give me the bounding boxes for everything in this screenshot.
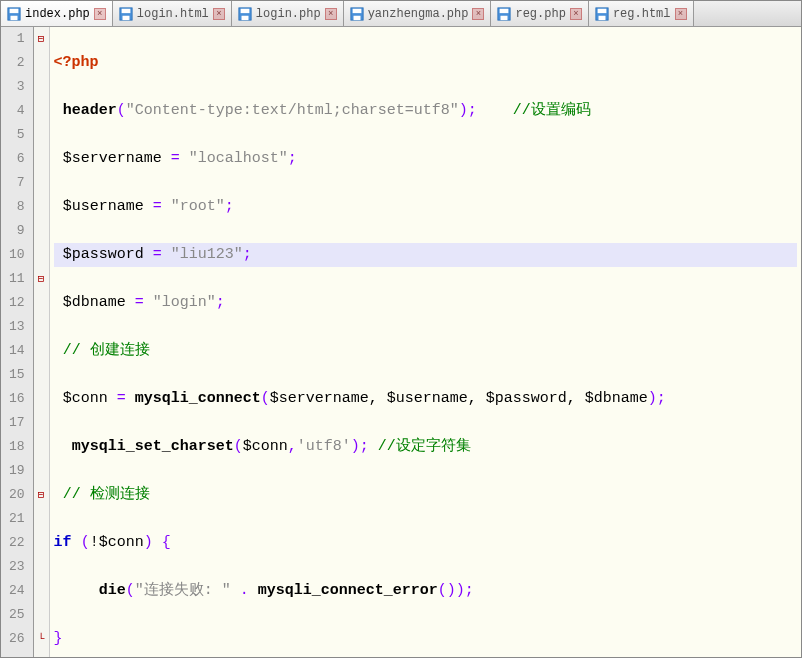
- line-number: 3: [9, 75, 25, 99]
- editor-window: index.php × login.html × login.php × yan…: [0, 0, 802, 658]
- svg-rect-4: [121, 8, 130, 12]
- fold-mark: [34, 171, 49, 195]
- var: $password: [63, 246, 144, 263]
- cmt: //设置编码: [513, 102, 591, 119]
- line-number: 5: [9, 123, 25, 147]
- line-number: 20: [9, 483, 25, 507]
- svg-rect-16: [598, 8, 607, 12]
- fold-mark[interactable]: ⊟: [34, 27, 49, 51]
- line-number: 4: [9, 99, 25, 123]
- brace: }: [54, 630, 63, 647]
- fold-mark[interactable]: ⊟: [34, 267, 49, 291]
- cmt: // 创建连接: [63, 342, 150, 359]
- str: "连接失败: ": [135, 582, 231, 599]
- svg-rect-14: [501, 15, 508, 19]
- save-icon: [119, 7, 133, 21]
- tab-label: login.html: [137, 7, 209, 21]
- line-number: 2: [9, 51, 25, 75]
- fold-mark: [34, 315, 49, 339]
- line-number: 14: [9, 339, 25, 363]
- line-number: 21: [9, 507, 25, 531]
- fold-mark: [34, 195, 49, 219]
- fold-mark[interactable]: ⊟: [34, 483, 49, 507]
- line-number: 6: [9, 147, 25, 171]
- line-number: 9: [9, 219, 25, 243]
- fold-mark: [34, 603, 49, 627]
- fold-mark: └: [34, 627, 49, 651]
- svg-rect-11: [353, 15, 360, 19]
- fn: mysqli_connect_error: [258, 582, 438, 599]
- save-icon: [7, 7, 21, 21]
- line-number: 11: [9, 267, 25, 291]
- line-number: 25: [9, 603, 25, 627]
- save-icon: [238, 7, 252, 21]
- fold-mark: [34, 147, 49, 171]
- fold-mark: [34, 219, 49, 243]
- line-number: 22: [9, 531, 25, 555]
- fn: header: [63, 102, 117, 119]
- close-icon[interactable]: ×: [472, 8, 484, 20]
- svg-rect-17: [598, 15, 605, 19]
- line-number: 13: [9, 315, 25, 339]
- save-icon: [497, 7, 511, 21]
- line-number: 10: [9, 243, 25, 267]
- line-number: 19: [9, 459, 25, 483]
- cmt: // 检测连接: [63, 486, 150, 503]
- var: $servername: [63, 150, 162, 167]
- fold-mark: [34, 99, 49, 123]
- str: "root": [171, 198, 225, 215]
- line-number: 23: [9, 555, 25, 579]
- cmt: //设定字符集: [378, 438, 471, 455]
- line-number-gutter: 1 2 3 4 5 6 7 8 9 10 11 12 13 14 15 16 1…: [1, 27, 34, 657]
- tab-yanzhengma-php[interactable]: yanzhengma.php ×: [344, 1, 492, 26]
- close-icon[interactable]: ×: [570, 8, 582, 20]
- svg-rect-5: [122, 15, 129, 19]
- line-number: 12: [9, 291, 25, 315]
- save-icon: [595, 7, 609, 21]
- tab-label: index.php: [25, 7, 90, 21]
- fold-mark: [34, 51, 49, 75]
- fold-mark: [34, 291, 49, 315]
- tab-reg-php[interactable]: reg.php ×: [491, 1, 588, 26]
- fold-gutter[interactable]: ⊟ ⊟ ⊟ └: [34, 27, 50, 657]
- tab-reg-html[interactable]: reg.html ×: [589, 1, 694, 26]
- var: $conn: [243, 438, 288, 455]
- args: $servername, $username, $password, $dbna…: [270, 390, 648, 407]
- close-icon[interactable]: ×: [675, 8, 687, 20]
- str: "liu123": [171, 246, 243, 263]
- close-icon[interactable]: ×: [325, 8, 337, 20]
- fold-mark: [34, 531, 49, 555]
- tab-label: reg.php: [515, 7, 565, 21]
- line-number: 24: [9, 579, 25, 603]
- code-area[interactable]: <?php header("Content-type:text/html;cha…: [50, 27, 801, 657]
- svg-rect-1: [10, 8, 19, 12]
- svg-rect-13: [500, 8, 509, 12]
- fold-mark: [34, 555, 49, 579]
- tab-login-html[interactable]: login.html ×: [113, 1, 232, 26]
- fold-mark: [34, 243, 49, 267]
- tab-bar: index.php × login.html × login.php × yan…: [1, 1, 801, 27]
- save-icon: [350, 7, 364, 21]
- line-number: 1: [9, 27, 25, 51]
- line-number: 15: [9, 363, 25, 387]
- tab-index-php[interactable]: index.php ×: [1, 1, 113, 26]
- var: $username: [63, 198, 144, 215]
- svg-rect-8: [241, 15, 248, 19]
- fold-mark: [34, 411, 49, 435]
- svg-rect-2: [11, 15, 18, 19]
- close-icon[interactable]: ×: [94, 8, 106, 20]
- var: !$conn: [90, 534, 144, 551]
- svg-rect-10: [352, 8, 361, 12]
- line-number: 8: [9, 195, 25, 219]
- fold-mark: [34, 387, 49, 411]
- fold-mark: [34, 363, 49, 387]
- tab-login-php[interactable]: login.php ×: [232, 1, 344, 26]
- line-number: 26: [9, 627, 25, 651]
- fold-mark: [34, 339, 49, 363]
- svg-rect-7: [240, 8, 249, 12]
- fold-mark: [34, 579, 49, 603]
- close-icon[interactable]: ×: [213, 8, 225, 20]
- line-number: 16: [9, 387, 25, 411]
- editor-area: 1 2 3 4 5 6 7 8 9 10 11 12 13 14 15 16 1…: [1, 27, 801, 657]
- str: "login": [153, 294, 216, 311]
